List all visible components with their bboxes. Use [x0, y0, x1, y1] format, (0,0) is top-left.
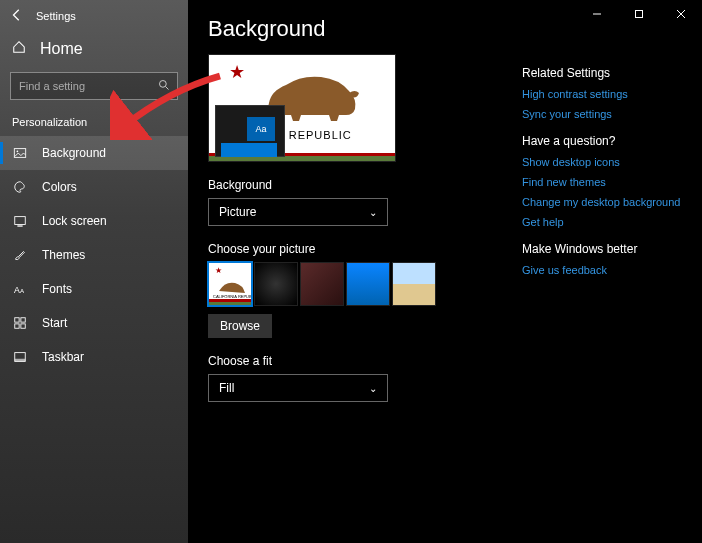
svg-rect-5	[17, 225, 22, 226]
picture-icon	[12, 146, 28, 160]
right-pane: Related Settings High contrast settings …	[522, 16, 702, 543]
better-heading: Make Windows better	[522, 242, 690, 256]
sidebar-item-lock-screen[interactable]: Lock screen	[0, 204, 188, 238]
taskbar-icon	[12, 350, 28, 364]
link-sync-settings[interactable]: Sync your settings	[522, 108, 690, 120]
svg-text:A: A	[14, 285, 20, 295]
sidebar-nav: Background Colors Lock screen Themes AA …	[0, 136, 188, 374]
link-change-background[interactable]: Change my desktop background	[522, 196, 690, 208]
home-label: Home	[40, 40, 83, 58]
chevron-down-icon: ⌄	[369, 207, 377, 218]
link-feedback[interactable]: Give us feedback	[522, 264, 690, 276]
nav-label: Fonts	[42, 282, 72, 296]
sidebar-item-background[interactable]: Background	[0, 136, 188, 170]
nav-label: Start	[42, 316, 67, 330]
nav-label: Themes	[42, 248, 85, 262]
dropdown-value: Picture	[219, 205, 256, 219]
sidebar-item-colors[interactable]: Colors	[0, 170, 188, 204]
nav-label: Taskbar	[42, 350, 84, 364]
link-high-contrast[interactable]: High contrast settings	[522, 88, 690, 100]
flag-star-icon: ★	[229, 61, 245, 83]
choose-picture-label: Choose your picture	[208, 242, 522, 256]
nav-label: Colors	[42, 180, 77, 194]
svg-rect-19	[636, 11, 643, 18]
link-find-themes[interactable]: Find new themes	[522, 176, 690, 188]
related-settings-heading: Related Settings	[522, 66, 690, 80]
question-heading: Have a question?	[522, 134, 690, 148]
svg-rect-8	[15, 318, 19, 322]
search-icon	[158, 79, 170, 94]
content: Background ★ RNIA REPUBLIC Aa Background…	[208, 16, 522, 543]
fit-label: Choose a fit	[208, 354, 522, 368]
svg-line-1	[166, 87, 169, 90]
link-get-help[interactable]: Get help	[522, 216, 690, 228]
thumbnail-blue-default[interactable]	[346, 262, 390, 306]
window-buttons	[576, 0, 702, 28]
home-icon	[12, 40, 26, 58]
svg-rect-10	[15, 324, 19, 328]
sidebar-item-start[interactable]: Start	[0, 306, 188, 340]
sidebar-item-themes[interactable]: Themes	[0, 238, 188, 272]
fonts-icon: AA	[12, 282, 28, 296]
preview-sample-tile: Aa	[247, 117, 275, 141]
svg-rect-16	[209, 302, 252, 306]
svg-rect-9	[21, 318, 25, 322]
background-type-dropdown[interactable]: Picture ⌄	[208, 198, 388, 226]
background-type-label: Background	[208, 178, 522, 192]
svg-rect-15	[209, 299, 252, 302]
brush-icon	[12, 248, 28, 262]
picture-thumbnails: ★CALIFORNIA REPUBLIC	[208, 262, 522, 306]
maximize-button[interactable]	[618, 0, 660, 28]
thumbnail-dark-abstract[interactable]	[254, 262, 298, 306]
close-button[interactable]	[660, 0, 702, 28]
titlebar: Settings	[0, 0, 188, 32]
browse-button[interactable]: Browse	[208, 314, 272, 338]
svg-rect-13	[15, 359, 26, 362]
thumbnail-person-red[interactable]	[300, 262, 344, 306]
svg-text:CALIFORNIA REPUBLIC: CALIFORNIA REPUBLIC	[213, 294, 252, 299]
nav-label: Lock screen	[42, 214, 107, 228]
sidebar-item-fonts[interactable]: AA Fonts	[0, 272, 188, 306]
dropdown-value: Fill	[219, 381, 234, 395]
svg-text:★: ★	[215, 266, 222, 275]
preview-taskbar	[221, 143, 277, 157]
svg-point-0	[160, 81, 167, 88]
sidebar: Settings Home Personalization Background…	[0, 0, 188, 543]
svg-text:A: A	[20, 287, 25, 294]
minimize-button[interactable]	[576, 0, 618, 28]
sidebar-group-label: Personalization	[0, 106, 188, 136]
main-area: Background ★ RNIA REPUBLIC Aa Background…	[188, 0, 702, 543]
fit-dropdown[interactable]: Fill ⌄	[208, 374, 388, 402]
search-wrap	[10, 72, 178, 100]
svg-rect-11	[21, 324, 25, 328]
svg-rect-4	[15, 217, 26, 225]
page-title: Background	[208, 16, 522, 42]
svg-point-3	[17, 150, 19, 152]
background-preview: ★ RNIA REPUBLIC Aa	[208, 54, 396, 162]
sidebar-item-home[interactable]: Home	[0, 32, 188, 66]
sidebar-item-taskbar[interactable]: Taskbar	[0, 340, 188, 374]
palette-icon	[12, 180, 28, 194]
search-input[interactable]	[10, 72, 178, 100]
lock-frame-icon	[12, 214, 28, 228]
window-title: Settings	[36, 10, 76, 22]
back-button[interactable]	[10, 8, 24, 25]
thumbnail-landscape[interactable]	[392, 262, 436, 306]
thumbnail-california-flag[interactable]: ★CALIFORNIA REPUBLIC	[208, 262, 252, 306]
chevron-down-icon: ⌄	[369, 383, 377, 394]
nav-label: Background	[42, 146, 106, 160]
start-tiles-icon	[12, 316, 28, 330]
link-show-desktop-icons[interactable]: Show desktop icons	[522, 156, 690, 168]
